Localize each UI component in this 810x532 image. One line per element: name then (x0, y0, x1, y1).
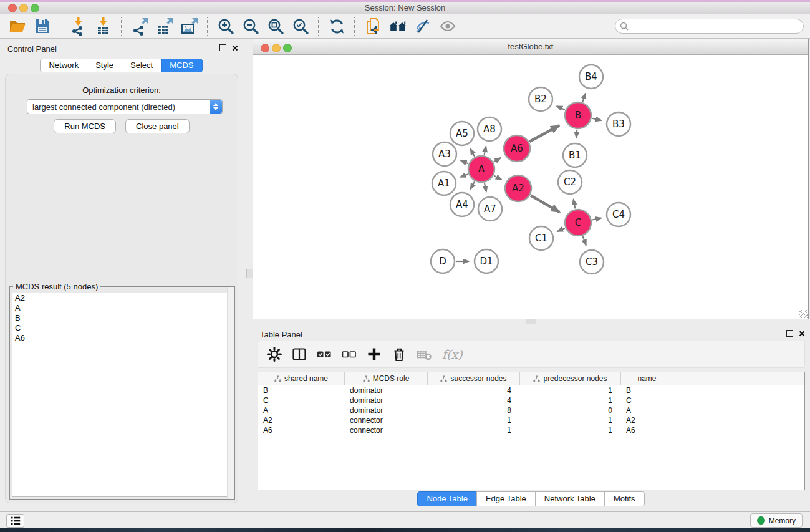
node-C4[interactable]: C4 (607, 203, 630, 226)
column-header-successor-nodes[interactable]: successor nodes (428, 372, 520, 385)
network-canvas[interactable]: B4B2BB3A8A5A6A3B1AC2A1A2A4A7C4CC1C3DD1 (253, 55, 808, 319)
edge-C-C3[interactable] (583, 236, 586, 246)
zoom-fit-button[interactable] (263, 16, 288, 37)
node-C1[interactable]: C1 (529, 226, 553, 250)
result-item[interactable]: A2 (12, 293, 232, 303)
node-D[interactable]: D (431, 249, 455, 273)
cell-predecessor-nodes[interactable]: 0 (520, 406, 621, 415)
cell-predecessor-nodes[interactable]: 1 (520, 416, 621, 425)
cell-MCDS-role[interactable]: dominator (345, 386, 428, 395)
node-A[interactable]: A (468, 156, 494, 182)
node-C[interactable]: C (565, 210, 591, 236)
create-column-button[interactable] (367, 347, 382, 362)
tab-mcds[interactable]: MCDS (161, 59, 202, 72)
tab-motifs[interactable]: Motifs (604, 491, 645, 506)
cell-successor-nodes[interactable]: 1 (428, 416, 520, 425)
search-input[interactable] (629, 21, 787, 32)
tab-style[interactable]: Style (87, 59, 122, 72)
cell-shared-name[interactable]: A6 (258, 426, 345, 435)
node-A6[interactable]: A6 (504, 135, 530, 162)
node-B3[interactable]: B3 (607, 112, 630, 136)
cell-MCDS-role[interactable]: connector (345, 416, 428, 425)
cell-predecessor-nodes[interactable]: 1 (520, 426, 621, 435)
show-columns-button[interactable] (292, 347, 307, 362)
node-A7[interactable]: A7 (478, 197, 502, 221)
node-A2[interactable]: A2 (505, 175, 531, 201)
edge-B-B2[interactable] (557, 106, 565, 110)
deselect-all-columns-button[interactable] (342, 347, 357, 362)
zoom-in-button[interactable] (213, 16, 238, 37)
zoom-out-button[interactable] (238, 16, 263, 37)
import-table-button[interactable] (91, 16, 116, 37)
edge-B-B4[interactable] (582, 94, 586, 102)
tab-network-table[interactable]: Network Table (535, 491, 605, 506)
node-D1[interactable]: D1 (475, 249, 498, 273)
column-header-MCDS-role[interactable]: MCDS role (345, 372, 428, 385)
cell-predecessor-nodes[interactable]: 1 (520, 386, 621, 395)
close-panel-icon[interactable] (232, 45, 238, 51)
cell-name[interactable]: B (621, 386, 673, 395)
edge-A6-B[interactable] (529, 125, 559, 142)
cell-successor-nodes[interactable]: 4 (428, 386, 520, 395)
function-builder-button[interactable]: f(x) (442, 347, 463, 361)
delete-column-button[interactable] (392, 347, 407, 362)
result-item[interactable]: C (12, 323, 232, 333)
cell-shared-name[interactable]: A (258, 406, 345, 415)
memory-button[interactable]: Memory (750, 513, 803, 528)
column-header-name[interactable]: name (621, 372, 673, 385)
node-C3[interactable]: C3 (580, 250, 604, 274)
horizontal-splitter-grip[interactable] (526, 319, 536, 324)
cell-name[interactable]: A2 (621, 416, 673, 425)
node-B4[interactable]: B4 (579, 65, 603, 89)
refresh-layout-button[interactable] (324, 16, 349, 37)
mcds-result-list[interactable]: A2ABCA6 (12, 293, 233, 497)
table-row[interactable]: A6connector11A6 (258, 425, 804, 435)
table-row[interactable]: Cdominator41C (258, 395, 804, 405)
edge-A-A5[interactable] (470, 149, 475, 157)
table-row[interactable]: Bdominator41B (258, 385, 804, 395)
node-B1[interactable]: B1 (563, 143, 587, 167)
optimization-dropdown[interactable]: largest connected component (directed) (27, 99, 223, 114)
result-item[interactable]: B (12, 313, 232, 323)
cell-name[interactable]: A6 (621, 426, 673, 435)
edge-B-B1[interactable] (576, 130, 577, 138)
column-header-predecessor-nodes[interactable]: predecessor nodes (520, 372, 621, 385)
export-image-button[interactable] (177, 16, 202, 37)
edge-C-C4[interactable] (592, 218, 602, 220)
delete-table-button[interactable] (417, 347, 432, 362)
edge-A-A7[interactable] (485, 183, 486, 192)
edge-A-A2[interactable] (494, 176, 501, 180)
task-history-button[interactable] (6, 514, 24, 528)
edge-C-C1[interactable] (557, 228, 565, 231)
edge-A-A6[interactable] (494, 158, 501, 162)
select-all-columns-button[interactable] (317, 347, 332, 362)
result-scrollbar[interactable] (227, 287, 234, 499)
edge-A-A8[interactable] (485, 146, 486, 155)
run-mcds-button[interactable]: Run MCDS (54, 119, 116, 133)
cell-successor-nodes[interactable]: 4 (428, 396, 520, 405)
search-field[interactable] (615, 19, 804, 34)
cell-shared-name[interactable]: C (258, 396, 345, 405)
close-table-panel-icon[interactable] (799, 331, 805, 337)
import-network-button[interactable] (66, 16, 91, 37)
cell-MCDS-role[interactable]: dominator (345, 406, 428, 415)
tab-edge-table[interactable]: Edge Table (476, 491, 536, 506)
hide-labels-button[interactable] (410, 16, 435, 37)
zoom-selected-button[interactable] (288, 16, 313, 37)
export-network-button[interactable] (127, 16, 152, 37)
close-panel-button[interactable]: Close panel (125, 119, 190, 133)
result-item[interactable]: A6 (12, 333, 232, 343)
node-C2[interactable]: C2 (558, 170, 582, 194)
node-A3[interactable]: A3 (433, 142, 456, 166)
node-B[interactable]: B (565, 102, 591, 128)
cell-MCDS-role[interactable]: dominator (345, 396, 428, 405)
edge-A2-C[interactable] (531, 195, 560, 212)
cell-shared-name[interactable]: B (258, 386, 345, 395)
cell-successor-nodes[interactable]: 8 (428, 406, 520, 415)
cell-MCDS-role[interactable]: connector (345, 426, 428, 435)
edge-A-A1[interactable] (460, 174, 468, 177)
cell-name[interactable]: C (621, 396, 673, 405)
node-B2[interactable]: B2 (529, 87, 552, 111)
tab-network[interactable]: Network (40, 59, 87, 72)
cell-shared-name[interactable]: A2 (258, 416, 345, 425)
